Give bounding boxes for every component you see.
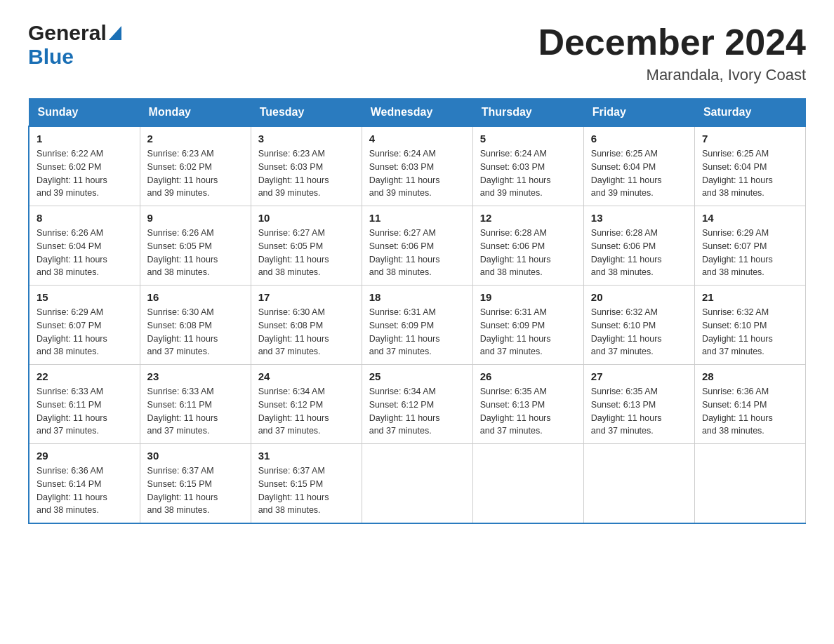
calendar-cell: 31 Sunrise: 6:37 AM Sunset: 6:15 PM Dayl… xyxy=(251,444,362,524)
day-number: 25 xyxy=(369,370,465,382)
calendar-cell: 28 Sunrise: 6:36 AM Sunset: 6:14 PM Dayl… xyxy=(694,365,805,444)
day-number: 13 xyxy=(591,212,687,224)
day-info: Sunrise: 6:27 AM Sunset: 6:05 PM Dayligh… xyxy=(258,227,355,279)
calendar-cell xyxy=(472,444,583,524)
day-number: 31 xyxy=(258,450,355,462)
day-info: Sunrise: 6:28 AM Sunset: 6:06 PM Dayligh… xyxy=(591,227,687,279)
day-number: 7 xyxy=(702,133,798,145)
day-info: Sunrise: 6:36 AM Sunset: 6:14 PM Dayligh… xyxy=(37,464,133,517)
calendar-cell: 13 Sunrise: 6:28 AM Sunset: 6:06 PM Dayl… xyxy=(583,206,694,286)
week-row-2: 8 Sunrise: 6:26 AM Sunset: 6:04 PM Dayli… xyxy=(29,206,806,286)
day-info: Sunrise: 6:29 AM Sunset: 6:07 PM Dayligh… xyxy=(702,227,798,279)
calendar-cell: 19 Sunrise: 6:31 AM Sunset: 6:09 PM Dayl… xyxy=(472,286,583,365)
calendar-cell: 15 Sunrise: 6:29 AM Sunset: 6:07 PM Dayl… xyxy=(29,286,140,365)
calendar-cell: 1 Sunrise: 6:22 AM Sunset: 6:02 PM Dayli… xyxy=(29,126,140,206)
day-info: Sunrise: 6:36 AM Sunset: 6:14 PM Dayligh… xyxy=(702,385,798,438)
day-info: Sunrise: 6:30 AM Sunset: 6:08 PM Dayligh… xyxy=(258,306,355,358)
day-number: 18 xyxy=(369,291,465,303)
weekday-header-sunday: Sunday xyxy=(29,99,140,127)
weekday-header-wednesday: Wednesday xyxy=(362,99,472,127)
weekday-header-monday: Monday xyxy=(140,99,251,127)
day-info: Sunrise: 6:25 AM Sunset: 6:04 PM Dayligh… xyxy=(591,147,687,200)
calendar-cell: 26 Sunrise: 6:35 AM Sunset: 6:13 PM Dayl… xyxy=(472,365,583,444)
calendar-cell: 6 Sunrise: 6:25 AM Sunset: 6:04 PM Dayli… xyxy=(583,126,694,206)
week-row-4: 22 Sunrise: 6:33 AM Sunset: 6:11 PM Dayl… xyxy=(29,365,806,444)
calendar-cell: 25 Sunrise: 6:34 AM Sunset: 6:12 PM Dayl… xyxy=(362,365,472,444)
logo: General Blue xyxy=(28,21,121,69)
day-number: 23 xyxy=(147,370,244,382)
day-number: 22 xyxy=(37,370,133,382)
calendar-cell: 4 Sunrise: 6:24 AM Sunset: 6:03 PM Dayli… xyxy=(362,126,472,206)
day-number: 6 xyxy=(591,133,687,145)
calendar-cell: 24 Sunrise: 6:34 AM Sunset: 6:12 PM Dayl… xyxy=(251,365,362,444)
day-number: 3 xyxy=(258,133,355,145)
day-info: Sunrise: 6:28 AM Sunset: 6:06 PM Dayligh… xyxy=(480,227,576,279)
day-info: Sunrise: 6:30 AM Sunset: 6:08 PM Dayligh… xyxy=(147,306,244,358)
calendar-cell: 30 Sunrise: 6:37 AM Sunset: 6:15 PM Dayl… xyxy=(140,444,251,524)
location-title: Marandala, Ivory Coast xyxy=(538,66,806,84)
calendar-cell: 2 Sunrise: 6:23 AM Sunset: 6:02 PM Dayli… xyxy=(140,126,251,206)
calendar-cell: 9 Sunrise: 6:26 AM Sunset: 6:05 PM Dayli… xyxy=(140,206,251,286)
calendar-cell: 7 Sunrise: 6:25 AM Sunset: 6:04 PM Dayli… xyxy=(694,126,805,206)
day-info: Sunrise: 6:33 AM Sunset: 6:11 PM Dayligh… xyxy=(147,385,244,438)
day-info: Sunrise: 6:34 AM Sunset: 6:12 PM Dayligh… xyxy=(258,385,355,438)
day-number: 5 xyxy=(480,133,576,145)
day-info: Sunrise: 6:31 AM Sunset: 6:09 PM Dayligh… xyxy=(480,306,576,358)
calendar-cell: 29 Sunrise: 6:36 AM Sunset: 6:14 PM Dayl… xyxy=(29,444,140,524)
day-info: Sunrise: 6:24 AM Sunset: 6:03 PM Dayligh… xyxy=(369,147,465,200)
day-number: 29 xyxy=(37,450,133,462)
logo-triangle-icon xyxy=(109,26,121,43)
day-info: Sunrise: 6:26 AM Sunset: 6:04 PM Dayligh… xyxy=(37,227,133,279)
day-number: 2 xyxy=(147,133,244,145)
day-number: 8 xyxy=(37,212,133,224)
day-info: Sunrise: 6:35 AM Sunset: 6:13 PM Dayligh… xyxy=(480,385,576,438)
day-info: Sunrise: 6:26 AM Sunset: 6:05 PM Dayligh… xyxy=(147,227,244,279)
weekday-header-thursday: Thursday xyxy=(472,99,583,127)
day-number: 21 xyxy=(702,291,798,303)
day-info: Sunrise: 6:23 AM Sunset: 6:02 PM Dayligh… xyxy=(147,147,244,200)
weekday-header-tuesday: Tuesday xyxy=(251,99,362,127)
day-number: 19 xyxy=(480,291,576,303)
calendar-cell: 5 Sunrise: 6:24 AM Sunset: 6:03 PM Dayli… xyxy=(472,126,583,206)
day-info: Sunrise: 6:25 AM Sunset: 6:04 PM Dayligh… xyxy=(702,147,798,200)
week-row-5: 29 Sunrise: 6:36 AM Sunset: 6:14 PM Dayl… xyxy=(29,444,806,524)
week-row-3: 15 Sunrise: 6:29 AM Sunset: 6:07 PM Dayl… xyxy=(29,286,806,365)
day-number: 26 xyxy=(480,370,576,382)
day-number: 15 xyxy=(37,291,133,303)
day-info: Sunrise: 6:27 AM Sunset: 6:06 PM Dayligh… xyxy=(369,227,465,279)
calendar-cell: 21 Sunrise: 6:32 AM Sunset: 6:10 PM Dayl… xyxy=(694,286,805,365)
day-info: Sunrise: 6:24 AM Sunset: 6:03 PM Dayligh… xyxy=(480,147,576,200)
day-number: 11 xyxy=(369,212,465,224)
weekday-header-friday: Friday xyxy=(583,99,694,127)
day-number: 24 xyxy=(258,370,355,382)
calendar-cell xyxy=(583,444,694,524)
day-info: Sunrise: 6:31 AM Sunset: 6:09 PM Dayligh… xyxy=(369,306,465,358)
calendar-cell: 11 Sunrise: 6:27 AM Sunset: 6:06 PM Dayl… xyxy=(362,206,472,286)
calendar-cell: 18 Sunrise: 6:31 AM Sunset: 6:09 PM Dayl… xyxy=(362,286,472,365)
calendar-cell: 27 Sunrise: 6:35 AM Sunset: 6:13 PM Dayl… xyxy=(583,365,694,444)
day-number: 14 xyxy=(702,212,798,224)
weekday-header-saturday: Saturday xyxy=(694,99,805,127)
day-number: 17 xyxy=(258,291,355,303)
calendar-cell: 3 Sunrise: 6:23 AM Sunset: 6:03 PM Dayli… xyxy=(251,126,362,206)
day-number: 1 xyxy=(37,133,133,145)
day-info: Sunrise: 6:29 AM Sunset: 6:07 PM Dayligh… xyxy=(37,306,133,358)
title-block: December 2024 Marandala, Ivory Coast xyxy=(538,21,806,84)
day-number: 4 xyxy=(369,133,465,145)
day-info: Sunrise: 6:34 AM Sunset: 6:12 PM Dayligh… xyxy=(369,385,465,438)
day-number: 10 xyxy=(258,212,355,224)
calendar-cell xyxy=(694,444,805,524)
day-info: Sunrise: 6:37 AM Sunset: 6:15 PM Dayligh… xyxy=(258,464,355,517)
day-info: Sunrise: 6:35 AM Sunset: 6:13 PM Dayligh… xyxy=(591,385,687,438)
day-info: Sunrise: 6:33 AM Sunset: 6:11 PM Dayligh… xyxy=(37,385,133,438)
svg-marker-0 xyxy=(109,26,121,40)
day-number: 27 xyxy=(591,370,687,382)
calendar-cell: 14 Sunrise: 6:29 AM Sunset: 6:07 PM Dayl… xyxy=(694,206,805,286)
calendar-cell: 16 Sunrise: 6:30 AM Sunset: 6:08 PM Dayl… xyxy=(140,286,251,365)
day-number: 12 xyxy=(480,212,576,224)
calendar-cell: 17 Sunrise: 6:30 AM Sunset: 6:08 PM Dayl… xyxy=(251,286,362,365)
day-info: Sunrise: 6:32 AM Sunset: 6:10 PM Dayligh… xyxy=(702,306,798,358)
day-number: 20 xyxy=(591,291,687,303)
week-row-1: 1 Sunrise: 6:22 AM Sunset: 6:02 PM Dayli… xyxy=(29,126,806,206)
calendar-cell: 22 Sunrise: 6:33 AM Sunset: 6:11 PM Dayl… xyxy=(29,365,140,444)
